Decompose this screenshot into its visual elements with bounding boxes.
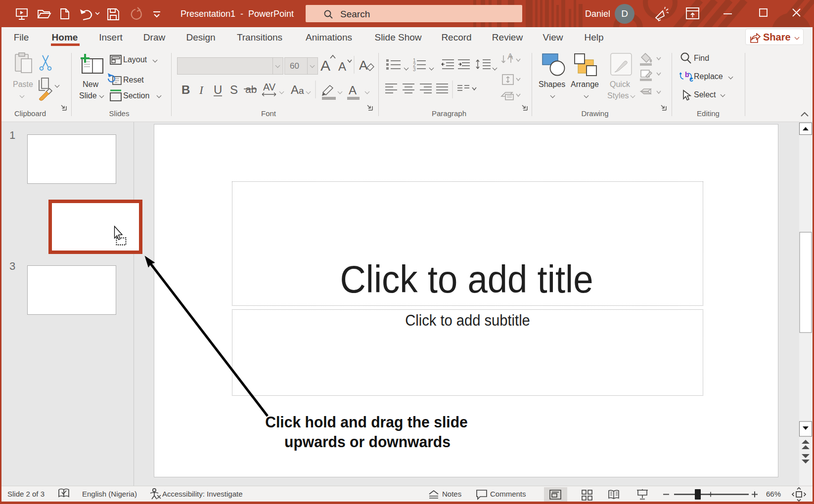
svg-text:AV: AV [263,82,276,92]
svg-text:A: A [291,83,299,96]
svg-text:3: 3 [413,67,416,72]
svg-text:I: I [199,84,204,96]
svg-text:U: U [214,83,222,96]
svg-text:S: S [230,83,238,96]
svg-text:b: b [685,71,689,79]
svg-text:a: a [299,85,304,96]
svg-text:A: A [320,57,330,74]
svg-text:B: B [181,83,190,96]
svg-text:A: A [359,58,368,73]
svg-text:A: A [507,52,513,61]
svg-text:A: A [349,84,357,97]
svg-text:A: A [338,60,346,73]
